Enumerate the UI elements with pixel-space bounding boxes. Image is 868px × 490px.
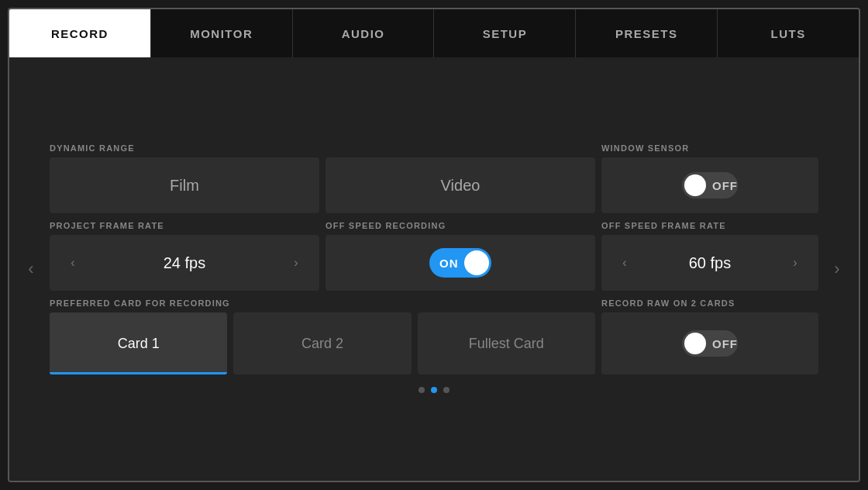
- card1-option[interactable]: Card 1: [50, 312, 227, 374]
- off-speed-fr-prev[interactable]: ‹: [614, 252, 636, 274]
- window-sensor-label: WINDOW SENSOR: [601, 143, 818, 153]
- preferred-card-label: PREFERRED CARD FOR RECORDING: [50, 298, 595, 308]
- off-speed-recording-card[interactable]: ON: [326, 235, 595, 291]
- fullest-card-option[interactable]: Fullest Card: [418, 312, 595, 374]
- window-sensor-toggle[interactable]: OFF: [682, 172, 738, 198]
- dynamic-range-label: DYNAMIC RANGE: [50, 143, 595, 153]
- app-window: RECORD MONITOR AUDIO SETUP PRESETS LUTS …: [8, 8, 860, 482]
- off-speed-fr-value: 60 fps: [689, 254, 731, 272]
- fullest-card-label: Fullest Card: [469, 336, 544, 352]
- tab-monitor[interactable]: MONITOR: [151, 9, 293, 57]
- dot-3: [443, 387, 450, 393]
- tab-presets[interactable]: PRESETS: [576, 9, 718, 57]
- off-speed-fr-next[interactable]: ›: [784, 252, 806, 274]
- project-frame-rate-section: PROJECT FRAME RATE ‹ 24 fps ›: [50, 221, 319, 291]
- card2-option[interactable]: Card 2: [233, 312, 411, 374]
- toggle-knob-window: [684, 174, 706, 196]
- content-area: DYNAMIC RANGE Film Video WINDOW SENSOR: [43, 134, 825, 404]
- record-raw-knob: [684, 333, 706, 354]
- film-label: Film: [170, 177, 199, 195]
- tab-luts[interactable]: LUTS: [718, 9, 859, 57]
- prev-page-arrow[interactable]: ‹: [19, 57, 43, 481]
- row-3: PREFERRED CARD FOR RECORDING Card 1 Card…: [50, 298, 818, 374]
- card2-label: Card 2: [301, 336, 343, 352]
- pagination: [50, 382, 818, 395]
- dot-2: [431, 387, 437, 393]
- tab-setup[interactable]: SETUP: [434, 9, 576, 57]
- card1-label: Card 1: [118, 336, 160, 352]
- card-options: Card 1 Card 2 Fullest Card: [50, 312, 595, 374]
- tab-record[interactable]: RECORD: [9, 9, 151, 57]
- record-raw-state: OFF: [712, 337, 738, 350]
- tab-audio[interactable]: AUDIO: [293, 9, 435, 57]
- window-sensor-toggle-card[interactable]: OFF: [601, 157, 818, 213]
- video-label: Video: [441, 177, 480, 195]
- film-option[interactable]: Film: [50, 157, 319, 213]
- project-frame-rate-value: 24 fps: [164, 254, 205, 272]
- project-fr-prev[interactable]: ‹: [62, 252, 84, 274]
- off-speed-fr-section: OFF SPEED FRAME RATE ‹ 60 fps ›: [601, 221, 818, 291]
- window-sensor-state: OFF: [712, 179, 738, 192]
- project-fr-next[interactable]: ›: [285, 252, 307, 274]
- dynamic-range-section: DYNAMIC RANGE Film Video: [50, 143, 595, 213]
- record-raw-toggle[interactable]: OFF: [682, 330, 738, 357]
- nav-tabs: RECORD MONITOR AUDIO SETUP PRESETS LUTS: [9, 9, 859, 57]
- record-raw-section: RECORD RAW ON 2 CARDS OFF: [601, 298, 818, 374]
- row-1: DYNAMIC RANGE Film Video WINDOW SENSOR: [50, 143, 818, 213]
- video-option[interactable]: Video: [326, 157, 595, 213]
- project-frame-rate-card: ‹ 24 fps ›: [50, 235, 319, 291]
- off-speed-toggle[interactable]: ON: [429, 248, 491, 278]
- row-2: PROJECT FRAME RATE ‹ 24 fps › OFF SPEED …: [50, 221, 818, 291]
- off-speed-state: ON: [439, 257, 459, 270]
- next-page-arrow[interactable]: ›: [825, 57, 849, 481]
- off-speed-knob: [464, 250, 489, 275]
- off-speed-fr-card: ‹ 60 fps ›: [601, 235, 818, 291]
- off-speed-fr-label: OFF SPEED FRAME RATE: [601, 221, 818, 230]
- preferred-card-section: PREFERRED CARD FOR RECORDING Card 1 Card…: [50, 298, 595, 374]
- off-speed-recording-section: OFF SPEED RECORDING ON: [326, 221, 595, 291]
- window-sensor-section: WINDOW SENSOR OFF: [601, 143, 818, 213]
- project-frame-rate-label: PROJECT FRAME RATE: [50, 221, 319, 230]
- off-speed-recording-label: OFF SPEED RECORDING: [326, 221, 595, 230]
- dot-1: [418, 387, 425, 393]
- record-raw-card[interactable]: OFF: [601, 312, 818, 374]
- main-content: ‹ DYNAMIC RANGE Film Video: [9, 57, 859, 481]
- record-raw-label: RECORD RAW ON 2 CARDS: [601, 298, 818, 308]
